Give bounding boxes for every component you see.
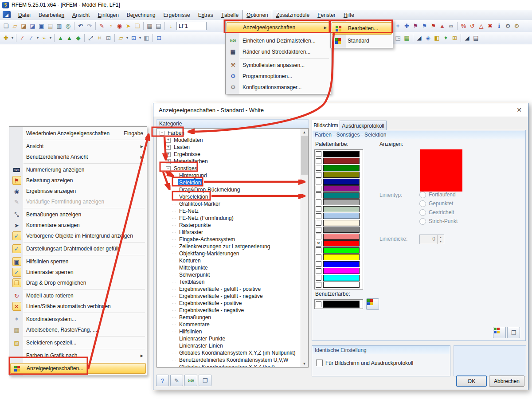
tree-item-label[interactable]: Ergebnisse bbox=[172, 151, 202, 158]
palette-checkbox[interactable] bbox=[316, 282, 321, 288]
box-gen-icon[interactable]: ⊡ bbox=[129, 34, 138, 43]
ctx-autoverbinden[interactable]: ✕Linien/Stäbe automatisch verbinden bbox=[10, 301, 146, 312]
tree-item[interactable]: Hilfsraster bbox=[157, 229, 308, 236]
menu-datei[interactable]: Datei bbox=[14, 10, 35, 20]
palette-checkbox[interactable] bbox=[316, 275, 321, 281]
radio-circle-icon[interactable] bbox=[419, 209, 426, 216]
tree-item-label[interactable]: Kommentare bbox=[178, 321, 211, 328]
tree-item-label[interactable]: Bemaßungen bbox=[178, 314, 212, 321]
dimension-tool-icon[interactable]: ⤢ bbox=[86, 34, 95, 43]
palette-row[interactable] bbox=[316, 172, 363, 179]
palette-row[interactable] bbox=[316, 233, 363, 240]
menu-optionen[interactable]: Optionen bbox=[243, 10, 272, 20]
tree-item[interactable]: Ergebnisverläufe - gefüllt - positive bbox=[157, 286, 308, 293]
tree-item-label[interactable]: Ergebnisverläufe - gefüllt - negative bbox=[178, 293, 264, 300]
line-tool-icon[interactable]: ⁄ bbox=[18, 34, 27, 43]
tree-scrollbar[interactable]: ▲ ▼ bbox=[301, 129, 308, 367]
palette-checkbox[interactable] bbox=[316, 261, 321, 267]
tree-item[interactable]: Konturen bbox=[157, 257, 308, 264]
ctx-linienraster-sperren[interactable]: ✓Linienraster sperren bbox=[10, 267, 146, 278]
tree-item-label[interactable]: FE-Netz bbox=[178, 207, 200, 215]
menu-extras[interactable]: Extras bbox=[194, 10, 217, 20]
dropdown-caret-icon[interactable]: ▾ bbox=[11, 36, 14, 40]
result-chart-icon[interactable]: ▲ bbox=[438, 22, 446, 31]
load-flag-icon[interactable]: ⚑ bbox=[429, 22, 438, 31]
user-color-checkbox[interactable] bbox=[316, 301, 321, 307]
tree-item[interactable]: +Materialfarben bbox=[157, 158, 308, 165]
radio-gestrichelt[interactable]: Gestrichelt bbox=[419, 208, 458, 217]
axes-flag-icon[interactable]: ⚑ bbox=[411, 22, 420, 31]
tree-item-label[interactable]: Selektion bbox=[178, 179, 202, 186]
edit-tool-icon[interactable]: ✎ bbox=[98, 22, 106, 31]
palette-checkbox[interactable] bbox=[316, 234, 321, 239]
tree-item[interactable]: Ergebnisverläufe - gefüllt - negative bbox=[157, 293, 308, 300]
palette-swatch[interactable] bbox=[323, 282, 360, 288]
view-cube-icon[interactable]: ◳ bbox=[394, 34, 402, 43]
surface-tool-icon[interactable]: ▲ bbox=[56, 34, 65, 43]
palette-checkbox[interactable] bbox=[316, 268, 321, 274]
tree-item-label[interactable]: Hilfsraster bbox=[178, 229, 204, 236]
submenu-item-standard[interactable]: Standard bbox=[332, 35, 392, 47]
palette-row[interactable] bbox=[316, 178, 363, 185]
menu-item-symbolleisten[interactable]: ⚒Symbolleisten anpassen... bbox=[227, 59, 330, 70]
menu-item-konfigurationsmanager[interactable]: ⚙Konfigurationsmanager... bbox=[227, 82, 330, 93]
palette-checkbox[interactable] bbox=[316, 254, 321, 260]
ctx-arbeitsebene[interactable]: ▦Arbeitsebene, Raster/Fang, ... bbox=[10, 325, 146, 335]
tree-item[interactable]: Drag&Drop-Rückmeldung bbox=[157, 186, 308, 193]
member-tool-icon[interactable]: ⁄ bbox=[27, 34, 35, 43]
menu-item-anzeigeeigenschaften[interactable]: Anzeigeeigenschaften▶ bbox=[227, 22, 330, 33]
deform-icon[interactable]: ✦ bbox=[442, 34, 450, 43]
node-tool-icon[interactable]: ✚ bbox=[2, 34, 10, 43]
palette-row[interactable] bbox=[316, 274, 363, 282]
tree-item-label[interactable]: Konturen bbox=[178, 257, 202, 264]
expand-icon[interactable]: + bbox=[166, 138, 171, 143]
tree-item[interactable]: Textblasen bbox=[157, 278, 308, 286]
tree-item[interactable]: +Modelldaten bbox=[157, 137, 308, 144]
render-mode-icon[interactable]: ▦ bbox=[403, 34, 411, 43]
palette-row[interactable] bbox=[316, 199, 363, 206]
palette-swatch[interactable] bbox=[323, 165, 360, 171]
dropdown-caret-icon[interactable]: ▾ bbox=[49, 36, 52, 40]
tree-item[interactable]: −Sonstiges bbox=[157, 165, 308, 172]
tree-item[interactable]: +Ergebnisse bbox=[157, 151, 308, 158]
palette-checkbox[interactable] bbox=[316, 172, 321, 178]
tree-item-label[interactable]: Ergebnisverläufe - positive bbox=[178, 300, 243, 307]
tree-item-label[interactable]: Ergebnisverläufe - gefüllt - positive bbox=[178, 286, 262, 293]
palette-checkbox[interactable]: ✕ bbox=[316, 241, 321, 246]
open-file-icon[interactable]: ▱ bbox=[11, 22, 19, 31]
tree-item-label[interactable]: Schwerpunkt bbox=[178, 271, 211, 278]
model-import-icon[interactable]: ◪ bbox=[28, 22, 37, 31]
palette-checkbox[interactable] bbox=[316, 179, 321, 184]
ctx-anzeigeeigenschaften[interactable]: Anzeigeeigenschaften... bbox=[10, 363, 146, 374]
solid-tool-icon[interactable]: ▲ bbox=[65, 34, 74, 43]
tree-item-label[interactable]: Grafiktool-Marker bbox=[178, 200, 222, 207]
palette-swatch[interactable] bbox=[323, 275, 360, 281]
tree-item[interactable]: Linienraster-Punkte bbox=[157, 335, 308, 342]
new-file-icon[interactable]: ❏ bbox=[2, 22, 10, 31]
color-palette-button[interactable] bbox=[493, 327, 506, 338]
tree-item-label[interactable]: Drag&Drop-Rückmeldung bbox=[178, 186, 241, 193]
link-icon[interactable]: ∞ bbox=[447, 22, 455, 31]
redo-icon[interactable]: ↷ bbox=[85, 22, 94, 31]
palette-checkbox[interactable] bbox=[316, 158, 321, 164]
tree-item-label[interactable]: Hilfslinien bbox=[178, 328, 203, 335]
tree-item-label[interactable]: Globales Koordinatensystem X,Y,Z (fest) bbox=[178, 364, 276, 368]
palette-row[interactable] bbox=[316, 268, 363, 275]
palette-row[interactable] bbox=[316, 261, 363, 268]
ctx-dragdrop[interactable]: ❐Drag & Drop ermöglichen bbox=[10, 278, 146, 288]
scroll-down-icon[interactable]: ▼ bbox=[301, 360, 308, 367]
palette-row[interactable] bbox=[316, 247, 363, 254]
tree-item[interactable]: +Lasten bbox=[157, 144, 308, 151]
tree-item[interactable]: Globales Koordinatensystem X,Y,Z (fest) bbox=[157, 364, 308, 368]
tree-item-label[interactable]: Zellenkreuzungen zur Lastgenerierung bbox=[178, 243, 271, 250]
palette-swatch[interactable] bbox=[323, 234, 360, 240]
tree-item-label[interactable]: Ergebnisverläufe - negative bbox=[178, 307, 245, 314]
menu-hilfe[interactable]: Hilfe bbox=[340, 10, 358, 20]
info-icon[interactable]: ℹ bbox=[495, 22, 503, 31]
palette-row[interactable]: ✕ bbox=[316, 240, 363, 247]
palette-row[interactable] bbox=[316, 227, 363, 234]
view-tool-icon[interactable]: ◔ bbox=[106, 22, 115, 31]
tree-item-label[interactable]: Mittelpunkte bbox=[178, 264, 209, 271]
palette-checkbox[interactable] bbox=[316, 186, 321, 192]
tree-item-label[interactable]: Rasterpunkte bbox=[178, 222, 212, 229]
